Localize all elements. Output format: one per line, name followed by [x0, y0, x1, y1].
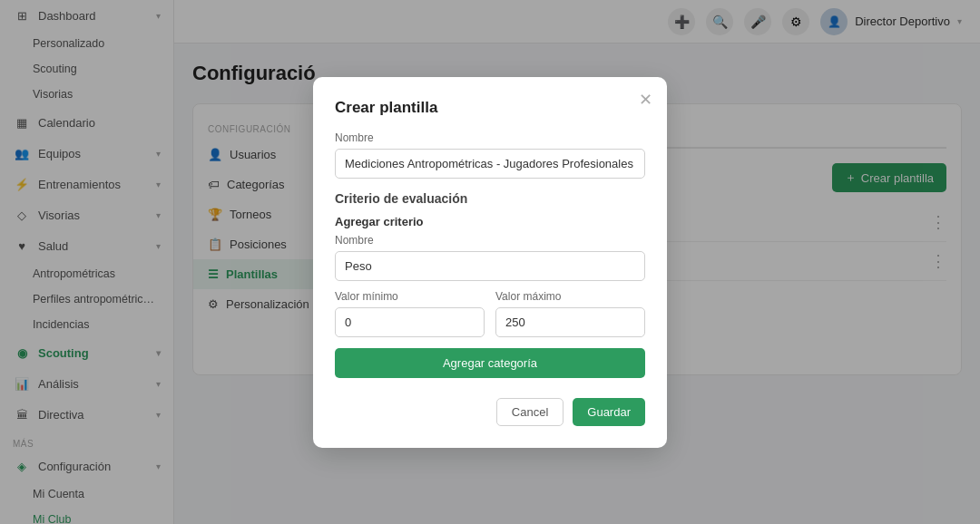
- modal-footer: Cancel Guardar: [335, 398, 645, 426]
- modal-criteria-title: Criterio de evaluación: [335, 191, 645, 206]
- modal-add-criteria-title: Agregar criterio: [335, 215, 645, 228]
- modal-name-label: Nombre: [335, 131, 645, 144]
- min-label: Valor mínimo: [335, 290, 485, 303]
- modal-criteria-name-input[interactable]: [335, 251, 645, 281]
- create-plantilla-modal: Crear plantilla ✕ Nombre Criterio de eva…: [313, 77, 667, 448]
- max-col: Valor máximo: [495, 290, 645, 337]
- add-categoria-button[interactable]: Agregar categoría: [335, 348, 645, 378]
- max-value-input[interactable]: [495, 307, 645, 337]
- modal-close-button[interactable]: ✕: [639, 92, 652, 108]
- modal-overlay: Crear plantilla ✕ Nombre Criterio de eva…: [0, 0, 980, 524]
- modal-criteria-name-label: Nombre: [335, 234, 645, 247]
- modal-title: Crear plantilla: [335, 99, 645, 117]
- save-button[interactable]: Guardar: [573, 398, 645, 426]
- max-label: Valor máximo: [495, 290, 645, 303]
- min-value-input[interactable]: [335, 307, 485, 337]
- min-col: Valor mínimo: [335, 290, 485, 337]
- modal-name-input[interactable]: [335, 149, 645, 179]
- cancel-button[interactable]: Cancel: [496, 398, 564, 426]
